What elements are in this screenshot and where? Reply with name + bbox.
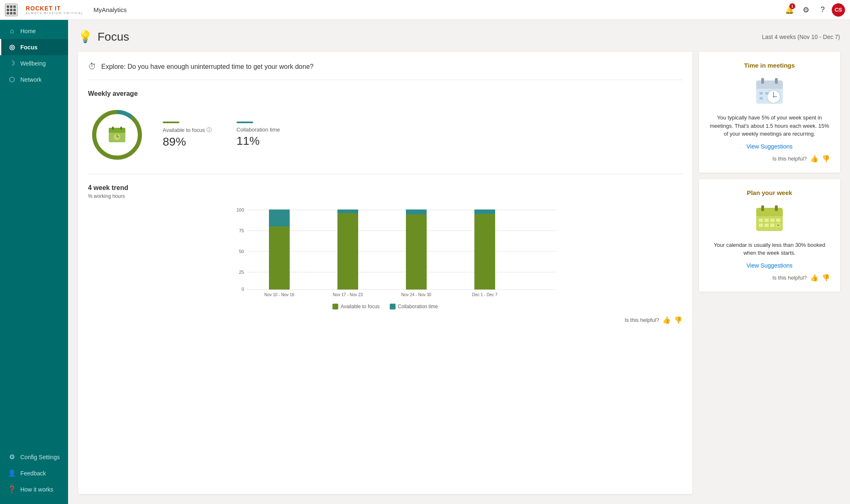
time-thumbs-up[interactable]: 👍 xyxy=(810,155,818,163)
avatar[interactable]: CS xyxy=(832,3,845,17)
legend-collab-color xyxy=(390,304,396,309)
sidebar-label-focus: Focus xyxy=(20,44,37,51)
plan-your-week-desc: Your calendar is usually less than 30% b… xyxy=(709,241,830,257)
how-it-works-icon: ❓ xyxy=(8,485,16,493)
legend-collab-label: Collaboration time xyxy=(398,304,438,309)
sidebar-label-how-it-works: How it works xyxy=(20,486,53,493)
svg-rect-49 xyxy=(770,224,774,227)
sidebar-label-config: Config Settings xyxy=(20,454,60,460)
svg-rect-45 xyxy=(770,219,774,222)
topbar: ROCKET IT ALWAYS MISSION CRITICAL MyAnal… xyxy=(0,0,850,20)
bar-focus-3 xyxy=(406,214,427,290)
bar-collab-2 xyxy=(337,209,358,213)
explore-banner: ⏱ Explore: Do you have enough uninterrup… xyxy=(88,62,682,80)
plan-your-week-icon xyxy=(753,201,786,236)
legend-focus: Available to focus xyxy=(332,304,380,309)
logo-main: ROCKET IT xyxy=(26,5,61,12)
time-in-meetings-icon xyxy=(753,74,786,109)
sidebar-item-focus[interactable]: ◎ Focus xyxy=(0,39,68,55)
focus-bar-indicator xyxy=(163,122,179,123)
section-divider xyxy=(88,174,682,174)
stat-available-to-focus: Available to focus ⓘ 89% xyxy=(163,122,212,149)
plan-thumbs-down[interactable]: 👎 xyxy=(822,274,830,282)
collab-bar-indicator xyxy=(237,122,253,123)
donut-center-icon xyxy=(107,124,127,146)
legend-focus-color xyxy=(332,304,338,309)
focus-value: 89% xyxy=(163,135,212,149)
plan-helpful-label: Is this helpful? xyxy=(772,275,807,281)
sidebar-nav: ⌂ Home ◎ Focus ☽ Wellbeing ⬡ Network xyxy=(0,20,68,446)
legend-focus-label: Available to focus xyxy=(341,304,380,309)
main-focus-card: ⏱ Explore: Do you have enough uninterrup… xyxy=(78,52,692,494)
clock-icon: ⏱ xyxy=(88,62,96,71)
side-panel: Time in meetings xyxy=(699,52,840,494)
svg-rect-29 xyxy=(761,78,764,84)
weekly-average-section: Weekly average xyxy=(88,90,682,164)
svg-rect-48 xyxy=(765,224,769,227)
bar-collab-1 xyxy=(269,209,290,226)
sidebar: ⌂ Home ◎ Focus ☽ Wellbeing ⬡ Network ⚙ C… xyxy=(0,20,68,504)
weekly-avg-title: Weekly average xyxy=(88,90,682,97)
svg-text:0: 0 xyxy=(242,287,244,292)
svg-rect-5 xyxy=(109,130,125,133)
bar-chart-svg: 100 75 50 25 0 xyxy=(105,206,682,297)
focus-label: Available to focus ⓘ xyxy=(163,127,212,134)
plan-week-svg xyxy=(753,201,786,234)
sidebar-item-how-it-works[interactable]: ❓ How it works xyxy=(0,481,68,497)
sidebar-item-wellbeing[interactable]: ☽ Wellbeing xyxy=(0,55,68,71)
waffle-icon xyxy=(7,5,16,15)
sidebar-item-network[interactable]: ⬡ Network xyxy=(0,71,68,88)
time-meetings-svg xyxy=(753,74,786,107)
thumbs-up-button[interactable]: 👍 xyxy=(662,316,671,324)
chart-legend: Available to focus Collaboration time xyxy=(88,304,682,309)
helpful-label: Is this helpful? xyxy=(625,317,659,323)
settings-button[interactable]: ⚙ xyxy=(799,2,813,17)
app-title: MyAnalytics xyxy=(93,6,127,13)
page-header: 💡 Focus Last 4 weeks (Nov 10 - Dec 7) xyxy=(78,30,840,44)
svg-text:100: 100 xyxy=(237,207,244,212)
time-thumbs-down[interactable]: 👎 xyxy=(822,155,830,163)
plan-your-week-helpful: Is this helpful? 👍 👎 xyxy=(709,274,830,282)
info-icon[interactable]: ⓘ xyxy=(207,127,212,134)
sidebar-label-wellbeing: Wellbeing xyxy=(20,60,46,67)
svg-rect-42 xyxy=(775,205,778,211)
svg-rect-8 xyxy=(120,127,122,130)
bar-focus-4 xyxy=(474,214,495,290)
sidebar-label-network: Network xyxy=(20,76,42,83)
feedback-icon: 👤 xyxy=(8,469,16,477)
sidebar-label-home: Home xyxy=(20,28,36,34)
waffle-menu-button[interactable] xyxy=(5,4,17,16)
sidebar-item-home[interactable]: ⌂ Home xyxy=(0,23,68,39)
trend-title: 4 week trend xyxy=(88,184,682,192)
sidebar-item-config[interactable]: ⚙ Config Settings xyxy=(0,449,68,465)
time-in-meetings-cta[interactable]: View Suggestions xyxy=(746,143,792,150)
svg-text:Dec 1 - Dec 7: Dec 1 - Dec 7 xyxy=(472,292,498,297)
plan-your-week-cta[interactable]: View Suggestions xyxy=(746,262,792,269)
svg-rect-36 xyxy=(765,92,769,95)
svg-rect-40 xyxy=(756,213,783,216)
config-icon: ⚙ xyxy=(8,453,16,461)
svg-text:Nov 17 - Nov 23: Nov 17 - Nov 23 xyxy=(333,292,363,297)
page-title: Focus xyxy=(98,30,129,44)
time-in-meetings-title: Time in meetings xyxy=(744,62,795,69)
main-helpful-row: Is this helpful? 👍 👎 xyxy=(88,316,682,324)
sidebar-item-feedback[interactable]: 👤 Feedback xyxy=(0,465,68,481)
notifications-button[interactable]: 🔔 1 xyxy=(782,2,797,17)
help-button[interactable]: ? xyxy=(815,2,830,17)
bar-chart-area: 100 75 50 25 0 xyxy=(88,206,682,299)
wellbeing-icon: ☽ xyxy=(8,59,16,67)
legend-collab: Collaboration time xyxy=(390,304,438,309)
svg-rect-7 xyxy=(112,127,114,130)
svg-rect-37 xyxy=(760,97,763,100)
network-icon: ⬡ xyxy=(8,75,16,83)
plan-thumbs-up[interactable]: 👍 xyxy=(810,274,818,282)
bulb-icon: 💡 xyxy=(78,30,93,44)
collab-value: 11% xyxy=(237,134,280,148)
thumbs-down-button[interactable]: 👎 xyxy=(674,316,682,324)
weekly-avg-content: Available to focus ⓘ 89% Collaboration t… xyxy=(88,106,682,164)
time-helpful-label: Is this helpful? xyxy=(772,156,807,162)
bar-focus-1 xyxy=(269,226,290,290)
svg-text:Nov 10 - Nov 16: Nov 10 - Nov 16 xyxy=(264,292,295,297)
svg-rect-28 xyxy=(756,85,783,89)
app-logo: ROCKET IT ALWAYS MISSION CRITICAL xyxy=(24,3,83,17)
